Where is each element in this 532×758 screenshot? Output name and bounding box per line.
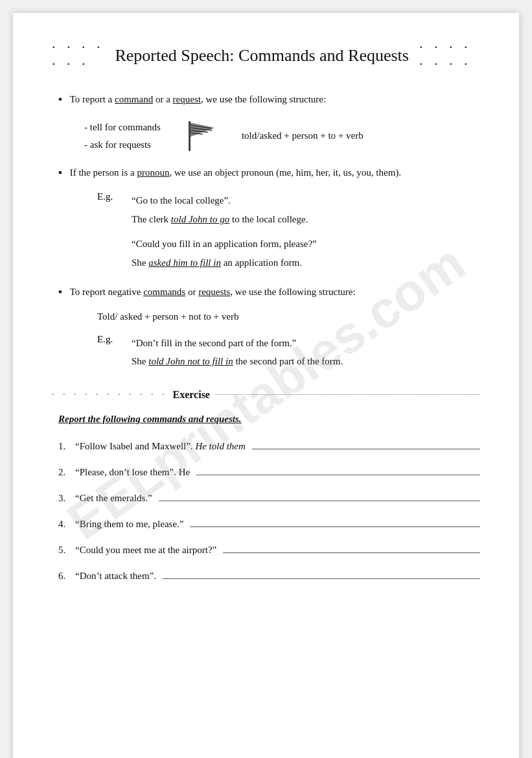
exercise-item-3: 3. “Get the emeralds.”: [58, 490, 480, 504]
neg-eg-label: E.g.: [97, 334, 126, 371]
bullet-text-1: To report a command or a request, we use…: [70, 92, 327, 107]
svg-rect-0: [189, 121, 191, 151]
exercise-item-5: 5. “Could you meet me at the airport?”: [58, 541, 480, 556]
item-number-6: 6.: [58, 571, 71, 582]
exercise-label: Exercise: [173, 389, 210, 401]
neg-eg-quote: “Don’t fill in the second part of the fo…: [132, 334, 343, 353]
neg-eg-reported: She told John not to fill in the second …: [132, 352, 343, 371]
bullet-icon-3: ▪: [58, 286, 62, 298]
header: · · · · · · · Reported Speech: Commands …: [52, 39, 480, 73]
item-number-3: 3.: [58, 493, 71, 504]
bullet-icon-1: ▪: [58, 93, 62, 105]
neg-example: E.g. “Don’t fill in the second part of t…: [97, 334, 480, 371]
header-dots-right: · · · · · · · ·: [419, 39, 480, 73]
eg-label-2: [97, 235, 126, 272]
example-1: E.g. “Go to the local college”. The cler…: [97, 191, 480, 228]
ask-line: - ask for requests: [84, 136, 161, 154]
item-text-4: “Bring them to me, please.”: [75, 519, 183, 530]
divider-dots-left: · · · · · · · · · · ·: [52, 390, 168, 400]
neg-formula-block: Told/ asked + person + not to + verb: [97, 311, 480, 322]
tell-ask-lines: - tell for commands - ask for requests: [84, 119, 161, 154]
bullet-text-2: If the person is a pronoun, we use an ob…: [70, 165, 401, 180]
item-number-5: 5.: [58, 545, 71, 556]
answer-line-3: [159, 490, 480, 501]
item-text-2: “Please, don’t lose them”. He: [75, 467, 190, 478]
answer-line-2: [196, 464, 480, 475]
exercise-item-1: 1. “Follow Isabel and Maxwell”. He told …: [58, 438, 480, 452]
item-text-6: “Don’t attack them”.: [75, 571, 156, 582]
eg1-quote: “Go to the local college”.: [132, 191, 308, 210]
answer-line-4: [190, 515, 480, 527]
content-area: ▪ To report a command or a request, we u…: [52, 92, 480, 371]
item-text-1: “Follow Isabel and Maxwell”. He told the…: [75, 441, 246, 452]
eg1-reported: The clerk told John to go to the local c…: [132, 210, 308, 229]
page: EELprintables.com · · · · · · · Reported…: [13, 13, 519, 758]
eg-content-2: “Could you fill in an application form, …: [132, 235, 317, 272]
neg-eg-content: “Don’t fill in the second part of the fo…: [132, 334, 343, 371]
examples-block: E.g. “Go to the local college”. The cler…: [97, 191, 480, 272]
divider-line: [215, 394, 480, 395]
bullet-text-3: To report negative commands or requests,…: [70, 285, 356, 300]
answer-line-6: [163, 567, 480, 579]
item-number-4: 4.: [58, 519, 71, 530]
neg-example-block: E.g. “Don’t fill in the second part of t…: [97, 334, 480, 371]
exercise-list: 1. “Follow Isabel and Maxwell”. He told …: [58, 438, 480, 582]
answer-line-5: [223, 541, 480, 553]
neg-formula-text: Told/ asked + person + not to + verb: [97, 311, 238, 322]
flag-icon: [183, 120, 219, 152]
eg2-quote: “Could you fill in an application form, …: [132, 235, 317, 254]
item-text-3: “Get the emeralds.”: [75, 493, 152, 504]
eg2-reported: She asked him to fill in an application …: [132, 254, 317, 272]
formula-text: told/asked + person + to + verb: [242, 130, 364, 141]
item-text-5: “Could you meet me at the airport?”: [75, 545, 216, 556]
header-dots-left: · · · · · · ·: [52, 39, 104, 73]
example-2: “Could you fill in an application form, …: [97, 235, 480, 272]
answer-line-1: [252, 438, 480, 449]
exercise-item-6: 6. “Don’t attack them”.: [58, 567, 480, 582]
item-number-1: 1.: [58, 441, 71, 452]
eg-label-1: E.g.: [97, 191, 126, 228]
exercise-instruction: Report the following commands and reques…: [58, 414, 480, 425]
item-number-2: 2.: [58, 467, 71, 478]
exercise-item-4: 4. “Bring them to me, please.”: [58, 515, 480, 530]
bullet-section-1: ▪ To report a command or a request, we u…: [58, 92, 480, 107]
tell-ask-block: - tell for commands - ask for requests t…: [84, 119, 480, 154]
page-title: Reported Speech: Commands and Requests: [115, 46, 408, 65]
bullet-section-3: ▪ To report negative commands or request…: [58, 285, 480, 300]
exercise-section: Report the following commands and reques…: [52, 414, 480, 582]
bullet-icon-2: ▪: [58, 167, 62, 178]
eg-content-1: “Go to the local college”. The clerk tol…: [132, 191, 308, 228]
exercise-item-2: 2. “Please, don’t lose them”. He: [58, 464, 480, 478]
divider-section: · · · · · · · · · · · Exercise: [52, 389, 480, 401]
bullet-section-2: ▪ If the person is a pronoun, we use an …: [58, 165, 480, 180]
tell-line: - tell for commands: [84, 119, 161, 136]
